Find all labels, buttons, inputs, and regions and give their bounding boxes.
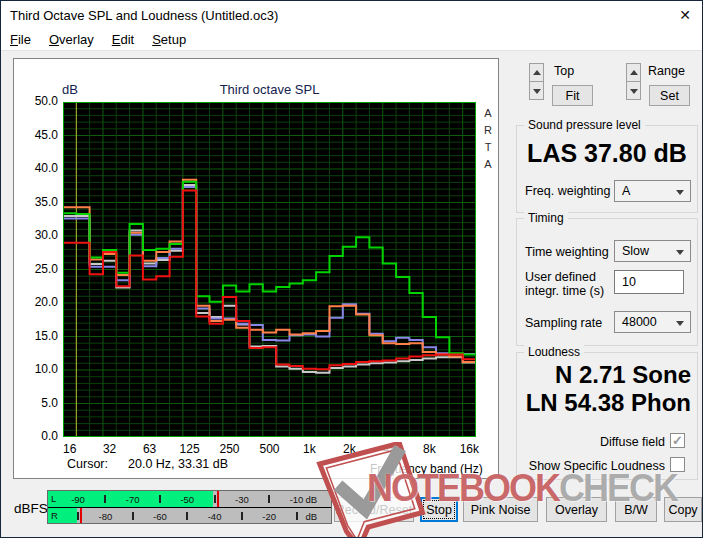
y-tick-label: 15.0 bbox=[20, 329, 58, 343]
top-spinner-down-button[interactable] bbox=[529, 81, 544, 100]
fit-button[interactable]: Fit bbox=[552, 85, 593, 106]
meter-tick bbox=[77, 512, 79, 520]
integr-time-label-2: integr. time (s) bbox=[525, 284, 604, 298]
chevron-down-icon bbox=[676, 250, 684, 255]
loudness-group-title: Loudness bbox=[524, 345, 584, 359]
sampling-rate-value: 48000 bbox=[622, 315, 657, 329]
up-arrow-icon bbox=[630, 70, 638, 75]
diffuse-field-label: Diffuse field bbox=[517, 435, 665, 449]
sampling-rate-label: Sampling rate bbox=[525, 316, 602, 330]
y-tick-label: 0.0 bbox=[20, 429, 58, 443]
meter-tick bbox=[104, 495, 106, 503]
meter-tick bbox=[132, 512, 134, 520]
set-button[interactable]: Set bbox=[649, 85, 690, 106]
meter-unit-label: dB bbox=[305, 494, 317, 505]
title-bar: Third Octave SPL and Loudness (Untitled.… bbox=[1, 1, 702, 29]
cursor-readout: 20.0 Hz, 33.31 dB bbox=[128, 457, 228, 471]
y-tick-label: 5.0 bbox=[20, 396, 58, 410]
loudness-group: Loudness N 2.71 Sone LN 54.38 Phon Diffu… bbox=[516, 352, 698, 480]
meter-scale-label: -60 bbox=[153, 511, 167, 522]
range-label: Range bbox=[648, 64, 685, 78]
timing-group: Timing Time weighting Slow User defined … bbox=[516, 218, 698, 346]
menu-bar: FileOverlayEditSetup bbox=[1, 29, 702, 51]
y-tick-label: 50.0 bbox=[20, 94, 58, 108]
y-tick-label: 30.0 bbox=[20, 228, 58, 242]
close-icon[interactable]: ✕ bbox=[674, 5, 696, 25]
x-tick-label: 125 bbox=[168, 442, 212, 456]
spl-group: Sound pressure level LAS 37.80 dB Freq. … bbox=[516, 125, 698, 213]
menu-item-file[interactable]: File bbox=[1, 29, 40, 51]
arta-spl-window: Third Octave SPL and Loudness (Untitled.… bbox=[0, 0, 703, 538]
meter-scale-label: -70 bbox=[126, 494, 140, 505]
stop-button[interactable]: Stop bbox=[420, 497, 458, 522]
meter-scale-label: -80 bbox=[98, 511, 112, 522]
integr-time-input[interactable]: 10 bbox=[614, 270, 684, 294]
b-w-button[interactable]: B/W bbox=[615, 497, 657, 522]
menu-item-overlay[interactable]: Overlay bbox=[40, 29, 103, 51]
freq-weighting-select[interactable]: A bbox=[614, 180, 691, 202]
meter-scale-label: -40 bbox=[208, 511, 222, 522]
window-title: Third Octave SPL and Loudness (Untitled.… bbox=[10, 8, 278, 23]
x-tick-label: 32 bbox=[88, 442, 132, 456]
diffuse-field-checkbox[interactable]: ✓ bbox=[670, 433, 685, 448]
top-label: Top bbox=[554, 64, 574, 78]
menu-item-setup[interactable]: Setup bbox=[143, 29, 195, 51]
meter-tick bbox=[241, 512, 243, 520]
meter-tick bbox=[268, 495, 270, 503]
x-tick-label: 500 bbox=[248, 442, 292, 456]
dbfs-label: dBFS bbox=[14, 501, 48, 516]
top-spinner bbox=[529, 63, 544, 101]
x-tick-label: 250 bbox=[208, 442, 252, 456]
y-tick-label: 25.0 bbox=[20, 262, 58, 276]
x-tick-label: 1k bbox=[287, 442, 331, 456]
top-spinner-up-button[interactable] bbox=[529, 63, 544, 82]
show-specific-loudness-label: Show Specific Loudness bbox=[517, 459, 665, 473]
time-weighting-value: Slow bbox=[622, 244, 649, 258]
range-spinner-up-button[interactable] bbox=[626, 63, 641, 82]
down-arrow-icon bbox=[533, 89, 541, 94]
meter-channel-label: R bbox=[51, 510, 58, 521]
plot-title: Third octave SPL bbox=[63, 82, 476, 97]
meter-tick bbox=[214, 495, 216, 503]
x-tick-label: 4k bbox=[367, 442, 411, 456]
record-reset-button[interactable]: Record/Reset bbox=[334, 497, 414, 522]
cursor-label: Cursor: bbox=[67, 457, 108, 471]
meter-tick bbox=[186, 512, 188, 520]
x-axis-title: Frequency band (Hz) bbox=[370, 462, 483, 476]
x-tick-label: 16 bbox=[48, 442, 92, 456]
x-tick-label: 2k bbox=[327, 442, 371, 456]
chart-panel: dB Third octave SPL 50.045.040.035.030.0… bbox=[13, 58, 499, 479]
y-tick-label: 20.0 bbox=[20, 295, 58, 309]
loudness-phon-value: LN 54.38 Phon bbox=[526, 389, 691, 417]
check-icon: ✓ bbox=[672, 433, 683, 448]
y-tick-label: 10.0 bbox=[20, 362, 58, 376]
spl-plot[interactable] bbox=[63, 102, 476, 437]
sampling-rate-select[interactable]: 48000 bbox=[614, 311, 691, 333]
pink-noise-button[interactable]: Pink Noise bbox=[463, 497, 538, 522]
spl-value: LAS 37.80 dB bbox=[517, 139, 697, 168]
meter-peak-indicator bbox=[80, 508, 82, 523]
show-specific-loudness-checkbox[interactable] bbox=[670, 457, 685, 472]
arta-logo-text: ARTA bbox=[481, 105, 495, 173]
meter-channel-r: R-80-60-40-20dB bbox=[48, 507, 331, 523]
meter-tick bbox=[159, 495, 161, 503]
freq-weighting-label: Freq. weighting bbox=[525, 184, 610, 198]
range-spinner-down-button[interactable] bbox=[626, 81, 641, 100]
x-tick-label: 16k bbox=[447, 442, 491, 456]
meter-tick bbox=[296, 512, 298, 520]
meter-unit-label: dB bbox=[305, 511, 317, 522]
overlay-button[interactable]: Overlay bbox=[546, 497, 607, 522]
time-weighting-select[interactable]: Slow bbox=[614, 240, 691, 262]
loudness-sone-value: N 2.71 Sone bbox=[555, 361, 691, 389]
menu-item-edit[interactable]: Edit bbox=[103, 29, 143, 51]
down-arrow-icon bbox=[630, 89, 638, 94]
chevron-down-icon bbox=[676, 190, 684, 195]
time-weighting-label: Time weighting bbox=[525, 245, 609, 259]
integr-time-value: 10 bbox=[622, 275, 636, 289]
meter-scale-label: -20 bbox=[262, 511, 276, 522]
spl-group-title: Sound pressure level bbox=[524, 118, 645, 132]
meter-channel-l: L-90-70-50-30-10dB bbox=[48, 491, 331, 507]
chevron-down-icon bbox=[676, 321, 684, 326]
level-meter: L-90-70-50-30-10dBR-80-60-40-20dB bbox=[47, 490, 332, 524]
copy-button[interactable]: Copy bbox=[664, 497, 702, 522]
